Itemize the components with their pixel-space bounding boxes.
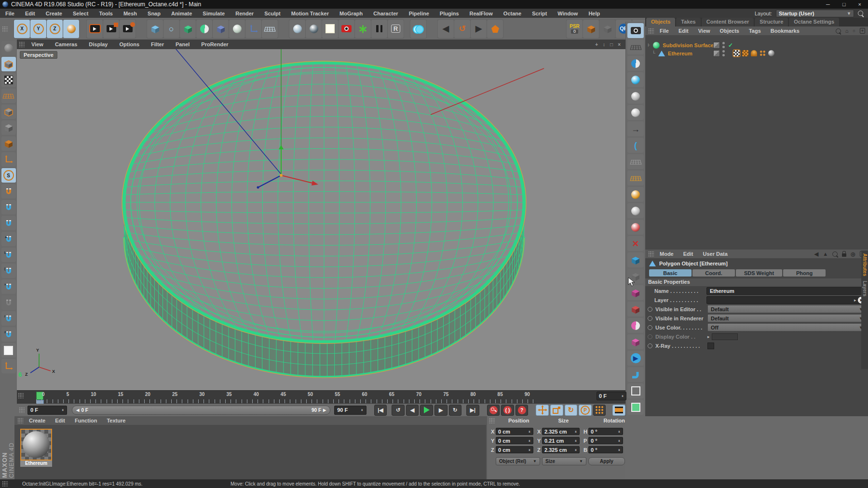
octane-turbine-button[interactable]: ∗ (355, 20, 371, 38)
xray-checkbox[interactable] (707, 343, 714, 349)
size-z-field[interactable]: Z2.325 cm▲▼ (537, 446, 580, 453)
tab-attributes[interactable]: Attributes (862, 253, 868, 276)
viewport-menu-view[interactable]: View (26, 40, 49, 48)
mode-dropdown[interactable]: Size▼ (542, 457, 586, 465)
polygons-mode-button[interactable] (1, 136, 16, 151)
tree-branch-icon[interactable]: ⊦ (648, 42, 650, 48)
mat-menu-create[interactable]: Create (24, 417, 50, 424)
texture-mode-button[interactable] (1, 73, 16, 87)
menu-simulate[interactable]: Simulate (197, 10, 230, 17)
add-panel-icon[interactable]: + (860, 28, 865, 34)
object-row-ethereum[interactable]: └ Ethereum (645, 49, 868, 57)
octane-area-light-button[interactable] (322, 20, 338, 38)
menu-octane[interactable]: Octane (498, 10, 527, 17)
viewport-menu-display[interactable]: Display (83, 40, 113, 48)
anim-dot-icon[interactable] (648, 343, 652, 348)
snap-guide-button[interactable]: / (1, 311, 16, 326)
orange-cylinder-button[interactable] (627, 187, 644, 202)
material-tag-icon[interactable] (768, 50, 774, 56)
eye-icon[interactable]: ○ (853, 28, 855, 33)
mat-menu-texture[interactable]: Texture (102, 417, 130, 424)
pink-sphere-button[interactable] (627, 318, 644, 333)
tab-octane-settings[interactable]: Octane Settings (789, 18, 839, 26)
frame-field[interactable]: 0 F▲▼ (597, 392, 626, 400)
select-cube-button[interactable] (627, 252, 644, 267)
axis-mode-button[interactable] (1, 152, 16, 167)
position-z-field[interactable]: Z0 cm▲▼ (491, 446, 533, 453)
section-header[interactable]: Basic Properties (645, 278, 863, 286)
points-mode-button[interactable] (1, 105, 16, 119)
mat-menu-function[interactable]: Function (70, 417, 102, 424)
pane-swap-icon[interactable]: ↕ (603, 42, 605, 47)
object-name[interactable]: Subdivision Surface (663, 42, 714, 48)
pane-move-icon[interactable]: + (595, 42, 598, 47)
keyframe-help-button[interactable]: ? (515, 405, 529, 416)
material-thumbnail[interactable] (20, 429, 52, 461)
tab-sds-weight[interactable]: SDS Weight (736, 269, 782, 277)
render-settings-button[interactable] (120, 20, 136, 38)
add-cube-button[interactable] (147, 20, 163, 38)
compositing-tag-icon[interactable] (733, 50, 740, 56)
timeline-window-button[interactable] (612, 405, 625, 416)
close-button[interactable]: × (858, 1, 861, 7)
menu-render[interactable]: Render (230, 10, 259, 17)
menu-mesh[interactable]: Mesh (118, 10, 142, 17)
visible-renderer-dropdown[interactable]: Default▼ (707, 314, 867, 322)
timeline-grip[interactable] (18, 393, 24, 398)
poly-frame-button[interactable] (627, 400, 644, 415)
delete-button[interactable]: × (627, 236, 644, 251)
menu-motion-tracker[interactable]: Motion Tracker (286, 10, 334, 17)
points-sphere-button[interactable] (627, 89, 644, 104)
menu-mograph[interactable]: MoGraph (334, 10, 368, 17)
tab-takes[interactable]: Takes (676, 18, 700, 26)
toolbar-grip[interactable] (2, 26, 8, 32)
point-sphere-button[interactable] (627, 203, 644, 218)
lock-z-axis-button[interactable]: Z (47, 20, 63, 38)
camera-calibrator-button[interactable] (627, 40, 644, 54)
maximize-button[interactable]: □ (842, 1, 846, 7)
viewport-menu-panel[interactable]: Panel (170, 40, 195, 48)
snap-plane-button[interactable]: ▲ (1, 232, 16, 246)
target-icon[interactable]: ◎ (851, 251, 855, 257)
material-manager-grip[interactable] (17, 418, 23, 423)
use-color-dropdown[interactable]: Off▼ (707, 323, 867, 331)
model-mode-button[interactable] (1, 57, 16, 71)
snap-axis-button[interactable]: L (1, 248, 16, 262)
size-x-field[interactable]: X2.325 cm▲▼ (537, 428, 580, 435)
anim-dot-icon[interactable] (648, 316, 652, 321)
octane-material-button[interactable] (487, 20, 503, 38)
convert-button[interactable] (1, 41, 16, 55)
snap-quantize-button[interactable] (1, 216, 16, 230)
menu-plugins[interactable]: Plugins (434, 10, 464, 17)
viewport-grip[interactable] (19, 41, 25, 47)
frame-range-slider[interactable]: ◀ 0 F 90 F ▶ (72, 406, 330, 415)
position-x-field[interactable]: X0 cm▲▼ (491, 428, 533, 435)
octane-object-tag-icon[interactable] (751, 50, 757, 56)
snap-spline-button[interactable]: ( (1, 264, 16, 278)
tab-basic[interactable]: Basic (649, 269, 692, 277)
object-name[interactable]: Ethereum (668, 51, 692, 56)
menu-help[interactable]: Help (583, 10, 605, 17)
add-hierarchy-button[interactable] (245, 20, 261, 38)
anim-dot-icon[interactable] (648, 307, 652, 312)
om-menu-edit[interactable]: Edit (674, 27, 693, 35)
lock-x-axis-button[interactable]: X (14, 20, 30, 38)
up-arrow-icon[interactable]: ▲ (823, 251, 828, 257)
keyframe-selection-button[interactable] (593, 405, 606, 416)
octane-restart-button[interactable]: ↺ (454, 20, 470, 38)
previous-frame-button[interactable]: ◀ (406, 405, 419, 416)
snap-enable-button[interactable] (1, 184, 16, 198)
search-icon[interactable] (836, 28, 841, 34)
range-right-arrow-icon[interactable]: ▶ (323, 408, 326, 412)
simulation-mode-button[interactable]: S (1, 168, 16, 183)
octane-reset-button[interactable]: R (388, 20, 404, 38)
am-menu-edit[interactable]: Edit (678, 250, 698, 258)
visible-editor-dropdown[interactable]: Default▼ (707, 305, 867, 313)
menu-tools[interactable]: Tools (94, 10, 118, 17)
viewport-menu-prorender[interactable]: ProRender (195, 40, 234, 48)
drop-to-floor-button[interactable] (583, 20, 599, 38)
lock-y-axis-button[interactable]: Y (30, 20, 46, 38)
goto-start-button[interactable]: |◀ (374, 405, 387, 416)
mat-menu-edit[interactable]: Edit (50, 417, 70, 424)
layer-chip-icon[interactable] (713, 50, 720, 57)
